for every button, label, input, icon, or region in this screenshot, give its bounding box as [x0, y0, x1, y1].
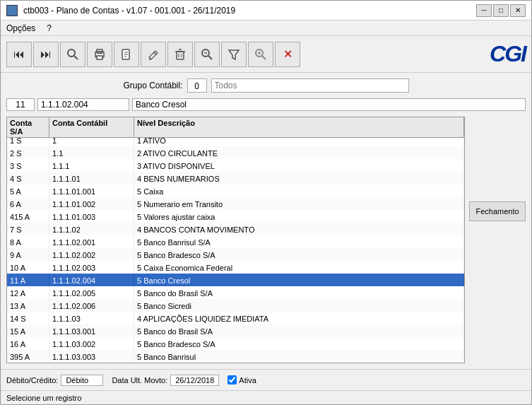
cell-nivel-desc: 5 Caixa Economica Federal [134, 261, 464, 274]
svg-rect-11 [177, 52, 184, 59]
cell-conta-contabil: 1.1.1.01.003 [49, 210, 134, 223]
menu-bar: Opções ? [1, 20, 531, 36]
table-row[interactable]: 10 A1.1.1.02.0035 Caixa Economica Federa… [7, 261, 464, 274]
grupo-bar: Grupo Contábil: 0 [6, 78, 526, 93]
debito-credito-value: Débito [61, 375, 103, 386]
svg-line-21 [262, 56, 266, 59]
table-row[interactable]: 6 A1.1.1.01.0025 Numerario em Transito [7, 197, 464, 210]
data-ult-movto-field: Data Ult. Movto: 26/12/2018 [112, 375, 219, 386]
table-row[interactable]: 16 A1.1.1.03.0025 Banco Bradesco S/A [7, 337, 464, 350]
edit-button[interactable] [141, 42, 166, 67]
table-row[interactable]: 15 A1.1.1.03.0015 Banco do Brasil S/A [7, 324, 464, 337]
window-title: ctb003 - Plano de Contas - v1.07 - 001.0… [23, 6, 235, 16]
cell-conta-sa: 10 A [7, 261, 49, 274]
cell-conta-sa: 11 A [7, 274, 49, 286]
cell-nivel-desc: 5 Banco Sicredi [134, 299, 464, 312]
cell-nivel-desc: 5 Banco Banrisul S/A [134, 235, 464, 248]
table-row[interactable]: 8 A1.1.1.02.0015 Banco Banrisul S/A [7, 235, 464, 248]
cell-conta-sa: 6 A [7, 197, 49, 210]
cell-nivel-desc: 3 ATIVO DISPONIVEL [134, 159, 464, 172]
table-row[interactable]: 14 S1.1.1.034 APLICAÇÕES LIQUIDEZ IMEDIA… [7, 312, 464, 324]
cell-conta-contabil: 1 [49, 138, 134, 146]
table-row[interactable]: 12 A1.1.1.02.0055 Banco do Brasil S/A [7, 286, 464, 299]
content-area: Grupo Contábil: 0 11 1.1.1.02.004 Banco … [1, 73, 531, 369]
minimize-button[interactable]: ─ [476, 4, 492, 17]
table-body[interactable]: 1 S11 ATIVO2 S1.12 ATIVO CIRCULANTE3 S1.… [7, 138, 464, 363]
table-row[interactable]: 415 A1.1.1.01.0035 Valores ajustar caixa [7, 210, 464, 223]
table-row[interactable]: 9 A1.1.1.02.0025 Banco Bradesco S/A [7, 248, 464, 261]
cell-conta-sa: 3 S [7, 159, 49, 172]
debito-credito-label: Débito/Crédito: [6, 376, 58, 385]
cell-nivel-desc: 4 BANCOS CONTA MOVIMENTO [134, 223, 464, 235]
first-button[interactable]: ⏮ [6, 42, 32, 67]
cell-nivel-desc: 4 BENS NUMERARIOS [134, 172, 464, 184]
cell-conta-contabil: 1.1.1.03.001 [49, 324, 134, 337]
cell-conta-contabil: 1.1.1.02.003 [49, 261, 134, 274]
cell-nivel-desc: 5 Valores ajustar caixa [134, 210, 464, 223]
cell-conta-contabil: 1.1.1 [49, 159, 134, 172]
search-icon [66, 48, 79, 61]
maximize-button[interactable]: □ [493, 4, 509, 17]
zoom-icon [254, 48, 267, 61]
last-button[interactable]: ⏭ [33, 42, 59, 67]
new-doc-icon [120, 48, 133, 61]
table-row[interactable]: 395 A1.1.1.03.0035 Banco Banrisul [7, 350, 464, 363]
zoom-button[interactable] [248, 42, 273, 67]
search-button[interactable] [60, 42, 85, 67]
delete-icon [174, 48, 187, 61]
grupo-label: Grupo Contábil: [123, 81, 182, 90]
main-window: ctb003 - Plano de Contas - v1.07 - 001.0… [0, 0, 532, 405]
ativa-checkbox[interactable] [227, 375, 237, 385]
grupo-todos-input[interactable] [211, 78, 409, 93]
svg-line-17 [208, 56, 212, 59]
cell-conta-sa: 1 S [7, 138, 49, 146]
table-row[interactable]: 11 A1.1.1.02.0045 Banco Cresol [7, 274, 464, 286]
title-bar-left: ctb003 - Plano de Contas - v1.07 - 001.0… [6, 5, 235, 16]
cell-conta-sa: 8 A [7, 235, 49, 248]
selected-row-info: 11 1.1.1.02.004 Banco Cresol [6, 97, 526, 112]
title-bar: ctb003 - Plano de Contas - v1.07 - 001.0… [1, 1, 531, 20]
cell-conta-sa: 4 S [7, 172, 49, 184]
cell-conta-sa: 5 A [7, 184, 49, 197]
cell-conta-contabil: 1.1.1.01.001 [49, 184, 134, 197]
menu-help[interactable]: ? [44, 23, 54, 34]
svg-marker-19 [229, 50, 239, 59]
cell-conta-sa: 395 A [7, 350, 49, 363]
main-area: Conta S/A Conta Contábil Nível Descrição… [6, 117, 526, 363]
ativa-area: Ativa [227, 375, 256, 385]
cell-conta-contabil: 1.1.1.01.002 [49, 197, 134, 210]
cell-nivel-desc: 5 Banco Bradesco S/A [134, 248, 464, 261]
cell-conta-contabil: 1.1.1.02 [49, 223, 134, 235]
cell-conta-contabil: 1.1 [49, 146, 134, 159]
fechamento-button[interactable]: Fechamento [469, 201, 526, 221]
app-icon [6, 5, 18, 16]
data-ult-movto-label: Data Ult. Movto: [112, 376, 167, 385]
cell-conta-sa: 12 A [7, 286, 49, 299]
menu-opcoes[interactable]: Opções [4, 23, 38, 34]
cell-nivel-desc: 5 Banco do Brasil S/A [134, 324, 464, 337]
table-row[interactable]: 4 S1.1.1.014 BENS NUMERARIOS [7, 172, 464, 184]
filter-button[interactable] [221, 42, 247, 67]
new-button[interactable] [114, 42, 139, 67]
print-button[interactable] [87, 42, 112, 67]
cell-conta-contabil: 1.1.1.02.005 [49, 286, 134, 299]
close-button[interactable]: ✕ [510, 4, 526, 17]
delete-button[interactable] [167, 42, 193, 67]
header-conta-sa: Conta S/A [7, 117, 49, 137]
side-buttons: Fechamento [469, 117, 526, 363]
cell-nivel-desc: 5 Banco Cresol [134, 274, 464, 286]
table-row[interactable]: 5 A1.1.1.01.0015 Caixa [7, 184, 464, 197]
table-row[interactable]: 1 S11 ATIVO [7, 138, 464, 146]
find-button[interactable] [194, 42, 220, 67]
cell-conta-contabil: 1.1.1.02.006 [49, 299, 134, 312]
table-row[interactable]: 7 S1.1.1.024 BANCOS CONTA MOVIMENTO [7, 223, 464, 235]
svg-line-1 [74, 56, 78, 59]
table-row[interactable]: 2 S1.12 ATIVO CIRCULANTE [7, 146, 464, 159]
table-row[interactable]: 3 S1.1.13 ATIVO DISPONIVEL [7, 159, 464, 172]
selected-desc: Banco Cresol [132, 98, 526, 111]
cell-conta-contabil: 1.1.1.03.003 [49, 350, 134, 363]
grupo-num[interactable]: 0 [187, 78, 207, 93]
cell-conta-sa: 13 A [7, 299, 49, 312]
table-row[interactable]: 13 A1.1.1.02.0065 Banco Sicredi [7, 299, 464, 312]
cancel-button[interactable]: ✕ [275, 42, 300, 67]
